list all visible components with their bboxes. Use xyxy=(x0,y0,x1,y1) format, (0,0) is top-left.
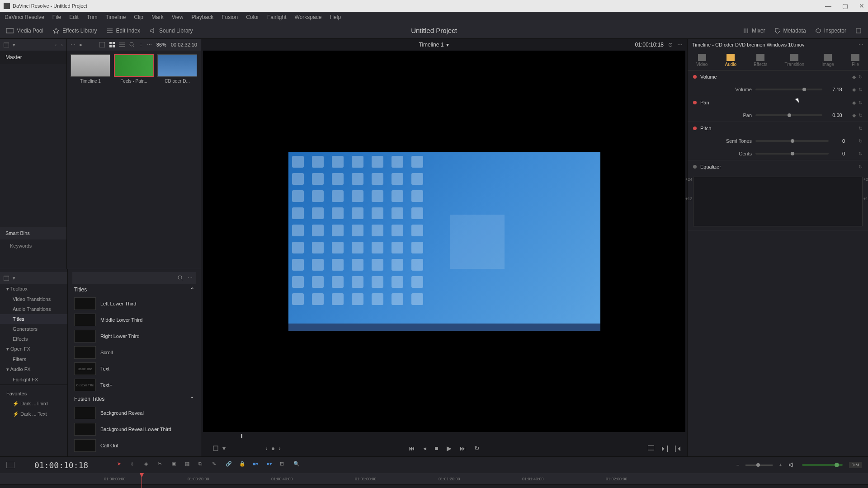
fx-cat-titles[interactable]: Titles xyxy=(0,314,67,324)
metadata-view-icon[interactable] xyxy=(99,42,105,47)
chevron-down-icon[interactable]: ▾ xyxy=(13,275,15,281)
menu-fusion[interactable]: Fusion xyxy=(222,14,238,20)
zoom-in-icon[interactable]: + xyxy=(779,462,782,468)
select-tool[interactable]: ➤ xyxy=(117,461,125,469)
clip-timeline1[interactable]: Timeline 1 xyxy=(71,54,110,84)
insert-tool[interactable]: ▣ xyxy=(171,461,179,469)
cents-slider[interactable] xyxy=(755,153,829,155)
fx-cat-toolbox[interactable]: ▾ Toolbox xyxy=(0,284,67,294)
link-tool[interactable]: 🔗 xyxy=(226,461,234,469)
viewer-timecode[interactable]: 01:00:10:18 xyxy=(635,42,664,48)
title-right-lower[interactable]: Right Lower Third xyxy=(72,328,196,344)
prev-clip-icon[interactable]: |⏴ xyxy=(675,445,683,452)
tab-effects[interactable]: Effects xyxy=(750,52,771,69)
mute-icon[interactable] xyxy=(788,462,796,468)
smart-bins-header[interactable]: Smart Bins xyxy=(0,227,66,239)
minimize-button[interactable]: — xyxy=(825,2,831,9)
crop-icon[interactable] xyxy=(212,445,219,451)
expand-icon[interactable] xyxy=(855,28,862,34)
master-bin[interactable]: Master xyxy=(0,51,66,64)
snap-tool[interactable]: ⊞ xyxy=(280,461,288,469)
scrubber-handle[interactable] xyxy=(241,434,242,438)
replace-tool[interactable]: ⧉ xyxy=(198,461,207,469)
search-icon[interactable] xyxy=(129,42,135,47)
enable-dot[interactable] xyxy=(693,127,697,130)
menu-fairlight[interactable]: Fairlight xyxy=(267,14,287,20)
chevron-down-icon[interactable]: ▾ xyxy=(446,42,449,48)
zoom-slider[interactable] xyxy=(745,465,773,466)
blade-tool[interactable]: ✂ xyxy=(158,461,166,469)
nav-fwd-icon[interactable]: › xyxy=(61,42,63,47)
effects-library-button[interactable]: Effects Library xyxy=(52,28,97,34)
menu-file[interactable]: File xyxy=(52,14,61,20)
volume-value[interactable]: 7.18 xyxy=(826,87,849,92)
list-view-icon[interactable] xyxy=(119,42,125,47)
pan-slider[interactable] xyxy=(755,114,822,116)
mixer-button[interactable]: Mixer xyxy=(743,28,765,34)
menu-dots-icon[interactable]: ⋯ xyxy=(188,275,193,281)
tab-audio[interactable]: Audio xyxy=(721,52,740,69)
viewer[interactable] xyxy=(203,51,685,432)
enable-dot[interactable] xyxy=(693,165,697,169)
fx-cat-filters[interactable]: Filters xyxy=(0,354,67,364)
menu-trim[interactable]: Trim xyxy=(87,14,98,20)
reset-icon[interactable]: ↻ xyxy=(859,138,863,144)
match-frame-icon[interactable] xyxy=(648,445,654,451)
play-icon[interactable]: ▶ xyxy=(447,445,452,452)
keyframe-icon[interactable]: ◆ xyxy=(852,113,856,118)
fusion-bg-reveal-lower[interactable]: Background Reveal Lower Third xyxy=(72,421,196,437)
reset-icon[interactable]: ↻ xyxy=(859,87,863,93)
keyframe-icon[interactable]: ◆ xyxy=(852,100,856,106)
reset-icon[interactable]: ↻ xyxy=(859,74,863,80)
fx-cat-fairlight[interactable]: Fairlight FX xyxy=(0,375,67,385)
reset-icon[interactable]: ↻ xyxy=(859,113,863,118)
chevron-down-icon[interactable]: ▾ xyxy=(222,445,226,452)
tl-view-icon[interactable] xyxy=(6,462,14,468)
inspector-button[interactable]: Inspector xyxy=(815,28,846,34)
go-start-icon[interactable]: ⏮ xyxy=(409,445,415,452)
next-edit-icon[interactable]: › xyxy=(278,445,281,452)
tab-video[interactable]: Video xyxy=(693,52,711,69)
chevron-down-icon[interactable]: ▾ xyxy=(13,42,15,48)
collapse-icon[interactable]: ⌃ xyxy=(190,396,194,402)
fx-panel-icon[interactable] xyxy=(4,275,9,281)
menu-timeline[interactable]: Timeline xyxy=(105,14,126,20)
collapse-icon[interactable]: ⌃ xyxy=(190,286,194,293)
marker-tool[interactable]: ●▾ xyxy=(266,461,274,469)
menu-dots-icon[interactable]: ⋯ xyxy=(147,42,152,48)
dynamic-trim-tool[interactable]: ◈ xyxy=(144,461,152,469)
sound-library-button[interactable]: Sound Library xyxy=(149,28,193,34)
zoom-level[interactable]: 36% xyxy=(156,42,166,47)
media-pool-button[interactable]: Media Pool xyxy=(6,28,43,34)
viewer-options-icon[interactable]: ⊙ xyxy=(668,42,673,48)
fx-cat-effects[interactable]: Effects xyxy=(0,334,67,344)
sort-icon[interactable]: ≡ xyxy=(139,42,142,47)
menu-edit[interactable]: Edit xyxy=(69,14,79,20)
menu-color[interactable]: Color xyxy=(246,14,259,20)
lock-tool[interactable]: 🔒 xyxy=(239,461,247,469)
cents-value[interactable]: 0 xyxy=(832,151,855,156)
master-volume-slider[interactable] xyxy=(802,464,843,466)
keyframe-icon[interactable]: ◆ xyxy=(852,87,856,93)
eq-graph[interactable]: +24 +12 +24 +12 xyxy=(693,177,863,226)
nav-back-icon[interactable]: ‹ xyxy=(55,42,57,47)
keywords-bin[interactable]: Keywords xyxy=(0,239,66,252)
fx-cat-atrans[interactable]: Audio Transitions xyxy=(0,304,67,314)
search-tool[interactable]: 🔍 xyxy=(293,461,302,469)
fx-cat-generators[interactable]: Generators xyxy=(0,324,67,334)
thumb-view-icon[interactable] xyxy=(109,42,115,47)
close-button[interactable]: ✕ xyxy=(859,2,864,9)
pan-value[interactable]: 0.00 xyxy=(826,113,849,118)
fx-cat-vtrans[interactable]: Video Transitions xyxy=(0,294,67,304)
menu-mark[interactable]: Mark xyxy=(151,14,164,20)
title-middle-lower[interactable]: Middle Lower Third xyxy=(72,312,196,328)
fx-cat-openfx[interactable]: ▾ Open FX xyxy=(0,344,67,354)
fav-item[interactable]: ⚡ Dark ...Third xyxy=(0,399,67,409)
semitones-value[interactable]: 0 xyxy=(832,138,855,144)
reset-icon[interactable]: ↻ xyxy=(859,151,863,157)
tab-file[interactable]: File xyxy=(848,52,863,69)
volume-slider[interactable] xyxy=(755,89,822,90)
menu-playback[interactable]: Playback xyxy=(191,14,213,20)
fav-item[interactable]: ⚡ Dark ... Text xyxy=(0,409,67,419)
reset-icon[interactable]: ↻ xyxy=(859,126,863,131)
